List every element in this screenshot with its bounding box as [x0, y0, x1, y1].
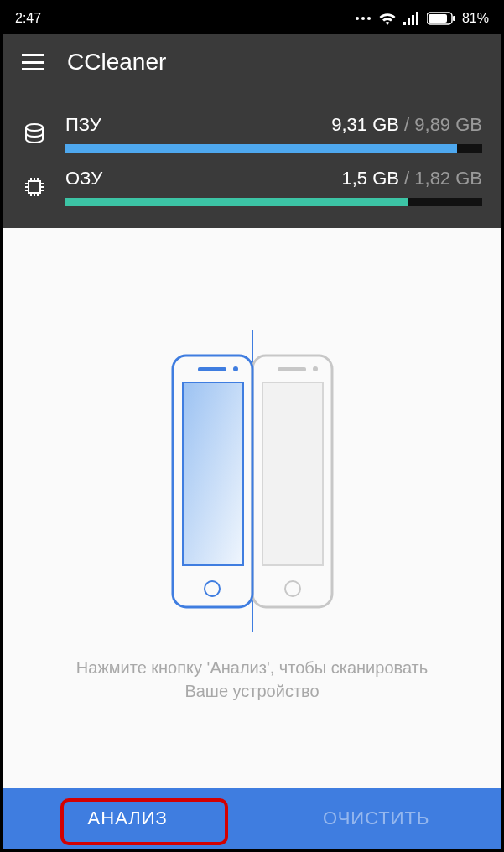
svg-rect-28	[278, 367, 306, 371]
svg-point-29	[313, 366, 318, 371]
battery-percent: 81%	[462, 11, 489, 26]
status-icons: 81%	[355, 11, 489, 26]
svg-rect-8	[429, 14, 447, 23]
ram-label: ОЗУ	[65, 168, 102, 190]
status-bar: 2:47 81%	[3, 3, 501, 34]
svg-point-1	[361, 17, 365, 20]
storage-row[interactable]: ПЗУ 9,31 GB / 9,89 GB	[22, 114, 482, 153]
hint-message: Нажмите кнопку 'Анализ', чтобы сканирова…	[76, 656, 428, 703]
storage-label: ПЗУ	[65, 114, 101, 136]
svg-rect-26	[262, 382, 323, 565]
svg-point-34	[233, 366, 238, 371]
svg-rect-11	[29, 181, 40, 193]
status-time: 2:47	[15, 11, 41, 26]
app-title: CCleaner	[67, 49, 166, 75]
wifi-icon	[378, 11, 397, 26]
ram-value: 1,5 GB / 1,82 GB	[341, 168, 482, 190]
phone-illustration	[152, 330, 353, 632]
svg-point-32	[205, 581, 220, 596]
menu-icon[interactable]	[22, 54, 44, 70]
svg-rect-31	[183, 382, 243, 565]
svg-rect-4	[408, 18, 410, 25]
svg-rect-9	[453, 16, 455, 21]
svg-point-10	[26, 124, 43, 131]
ram-bar	[65, 198, 482, 206]
svg-rect-33	[198, 367, 226, 371]
storage-bar	[65, 144, 482, 153]
svg-rect-3	[403, 22, 406, 25]
svg-rect-5	[412, 15, 414, 25]
analyze-button[interactable]: АНАЛИЗ	[3, 788, 252, 849]
main-content: Нажмите кнопку 'Анализ', чтобы сканирова…	[3, 228, 501, 788]
more-icon	[355, 16, 372, 21]
app-bar: CCleaner	[3, 34, 501, 91]
signal-icon	[403, 12, 420, 25]
ram-row[interactable]: ОЗУ 1,5 GB / 1,82 GB	[22, 168, 482, 206]
storage-value: 9,31 GB / 9,89 GB	[331, 114, 482, 136]
battery-icon	[427, 12, 455, 25]
stats-panel: ПЗУ 9,31 GB / 9,89 GB ОЗУ 1,5 GB / 1,8	[3, 91, 501, 228]
svg-point-27	[285, 581, 300, 596]
svg-point-0	[356, 17, 359, 20]
svg-point-2	[367, 17, 371, 20]
clean-button[interactable]: ОЧИСТИТЬ	[252, 788, 501, 849]
storage-icon	[22, 122, 47, 144]
ram-icon	[22, 176, 47, 198]
svg-rect-6	[416, 12, 418, 25]
bottom-bar: АНАЛИЗ ОЧИСТИТЬ	[3, 788, 501, 849]
